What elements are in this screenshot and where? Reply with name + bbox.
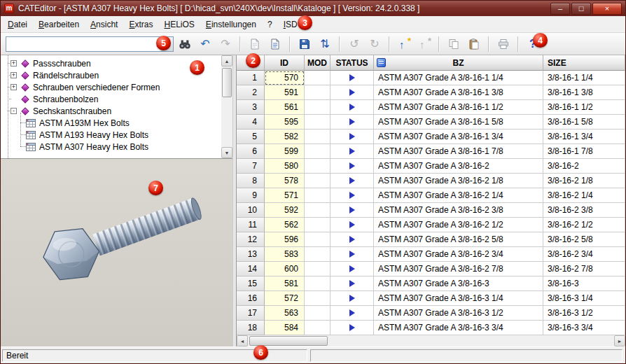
row-number-cell[interactable]: 9 [237, 188, 265, 203]
search-combo-input[interactable] [6, 37, 161, 51]
collapse-toggle-icon[interactable]: - [11, 108, 17, 114]
close-button[interactable]: × [592, 3, 622, 15]
cell-size[interactable]: 3/8-16-2 1/2 [543, 218, 625, 232]
cell-id[interactable]: 570 [265, 71, 305, 85]
cell-id[interactable]: 596 [265, 232, 305, 247]
cell-status[interactable] [331, 144, 374, 159]
expand-toggle-icon[interactable]: + [11, 84, 17, 90]
cell-mod[interactable] [305, 232, 331, 247]
cell-size[interactable]: 3/8-16-2 7/8 [543, 262, 625, 276]
tree-item-sechskantschrauben[interactable]: - Sechskantschrauben [1, 105, 221, 117]
cell-status[interactable] [331, 232, 374, 247]
cell-size[interactable]: 3/8-16-1 7/8 [543, 144, 625, 159]
cell-status[interactable] [331, 188, 374, 203]
menu-helios[interactable]: HELiOS [159, 17, 200, 32]
row-number-cell[interactable]: 10 [237, 203, 265, 218]
cell-id[interactable]: 595 [265, 115, 305, 130]
tree-item-astm-a307-heavy-hex-bolts[interactable]: ASTM A307 Heavy Hex Bolts [1, 141, 221, 153]
cell-bz[interactable]: ASTM A307 Grade A 3/8-16-2 7/8 [374, 262, 543, 276]
cell-bz[interactable]: ASTM A307 Grade A 3/8-16-3 1/4 [374, 291, 543, 306]
row-number-cell[interactable]: 11 [237, 218, 265, 232]
cell-status[interactable] [331, 247, 374, 262]
tree-item-schrauben-verschiedener-formen[interactable]: + Schrauben verschiedener Formen [1, 81, 221, 93]
hscroll-thumb[interactable] [249, 336, 328, 346]
tree-item-passschrauben[interactable]: + Passschrauben [1, 57, 221, 69]
row-number-cell[interactable]: 14 [237, 262, 265, 276]
tree-item-schraubenbolzen[interactable]: Schraubenbolzen [1, 93, 221, 105]
save-button[interactable] [295, 35, 314, 53]
cell-size[interactable]: 3/8-16-1 1/2 [543, 100, 625, 115]
sort-button[interactable]: ⇅ [316, 35, 334, 53]
insert-row-button[interactable]: ↑* [395, 35, 413, 53]
row-number-cell[interactable]: 2 [237, 85, 265, 100]
cell-mod[interactable] [305, 100, 331, 115]
cell-mod[interactable] [305, 130, 331, 144]
hscroll-track[interactable] [248, 335, 614, 346]
cell-mod[interactable] [305, 188, 331, 203]
cell-id[interactable]: 584 [265, 321, 305, 335]
cell-status[interactable] [331, 100, 374, 115]
cell-mod[interactable] [305, 247, 331, 262]
row-number-cell[interactable]: 3 [237, 100, 265, 115]
cell-size[interactable]: 3/8-16-3 [543, 276, 625, 291]
cell-status[interactable] [331, 130, 374, 144]
find-button[interactable] [176, 35, 194, 53]
maximize-button[interactable]: □ [571, 3, 591, 15]
navigate-forward-button[interactable]: ↷ [216, 35, 235, 53]
cell-bz[interactable]: ASTM A307 Grade A 3/8-16-1 3/8 [374, 85, 543, 100]
cell-status[interactable] [331, 306, 374, 321]
cell-mod[interactable] [305, 262, 331, 276]
row-number-cell[interactable]: 8 [237, 174, 265, 188]
cell-mod[interactable] [305, 218, 331, 232]
cell-size[interactable]: 3/8-16-2 1/4 [543, 188, 625, 203]
cell-size[interactable]: 3/8-16-2 3/8 [543, 203, 625, 218]
menu-extras[interactable]: Extras [123, 17, 158, 32]
cell-id[interactable]: 572 [265, 291, 305, 306]
column-header-status[interactable]: STATUS [331, 55, 374, 71]
cell-size[interactable]: 3/8-16-3 1/4 [543, 291, 625, 306]
cell-mod[interactable] [305, 321, 331, 335]
cell-mod[interactable] [305, 85, 331, 100]
cell-size[interactable]: 3/8-16-3 1/2 [543, 306, 625, 321]
menu-ansicht[interactable]: Ansicht [85, 17, 123, 32]
minimize-button[interactable]: – [550, 3, 570, 15]
cell-status[interactable] [331, 115, 374, 130]
cell-size[interactable]: 3/8-16-1 1/4 [543, 71, 625, 85]
cell-mod[interactable] [305, 174, 331, 188]
cell-mod[interactable] [305, 71, 331, 85]
navigate-back-button[interactable]: ↶ [196, 35, 214, 53]
column-header-id[interactable]: ID [265, 55, 305, 71]
table-hscrollbar[interactable]: ◄ ► [237, 335, 625, 346]
menu-bearbeiten[interactable]: Bearbeiten [33, 17, 85, 32]
cell-bz[interactable]: ASTM A307 Grade A 3/8-16-3 [374, 276, 543, 291]
cell-mod[interactable] [305, 203, 331, 218]
cell-status[interactable] [331, 291, 374, 306]
row-number-cell[interactable]: 5 [237, 130, 265, 144]
cell-status[interactable] [331, 321, 374, 335]
undo-button[interactable]: ↺ [345, 35, 363, 53]
cell-size[interactable]: 3/8-16-2 5/8 [543, 232, 625, 247]
cell-bz[interactable]: ASTM A307 Grade A 3/8-16-1 5/8 [374, 115, 543, 130]
cell-bz[interactable]: ASTM A307 Grade A 3/8-16-2 [374, 159, 543, 174]
cell-status[interactable] [331, 262, 374, 276]
cell-size[interactable]: 3/8-16-2 3/4 [543, 247, 625, 262]
cell-bz[interactable]: ASTM A307 Grade A 3/8-16-3 1/2 [374, 306, 543, 321]
cell-size[interactable]: 3/8-16-2 1/8 [543, 174, 625, 188]
expand-toggle-icon[interactable]: + [11, 72, 17, 78]
menu-datei[interactable]: Datei [2, 17, 33, 32]
cell-bz[interactable]: ASTM A307 Grade A 3/8-16-2 3/4 [374, 247, 543, 262]
column-header-size[interactable]: SIZE [543, 55, 625, 71]
cell-mod[interactable] [305, 306, 331, 321]
cell-id[interactable]: 583 [265, 247, 305, 262]
scroll-right-button[interactable]: ► [614, 335, 625, 346]
cell-id[interactable]: 571 [265, 188, 305, 203]
cell-size[interactable]: 3/8-16-3 3/4 [543, 321, 625, 335]
row-number-cell[interactable]: 16 [237, 291, 265, 306]
cell-status[interactable] [331, 174, 374, 188]
cell-mod[interactable] [305, 291, 331, 306]
cell-size[interactable]: 3/8-16-1 3/8 [543, 85, 625, 100]
row-number-cell[interactable]: 13 [237, 247, 265, 262]
cell-id[interactable]: 591 [265, 85, 305, 100]
cell-bz[interactable]: ASTM A307 Grade A 3/8-16-1 3/4 [374, 130, 543, 144]
cell-status[interactable] [331, 218, 374, 232]
